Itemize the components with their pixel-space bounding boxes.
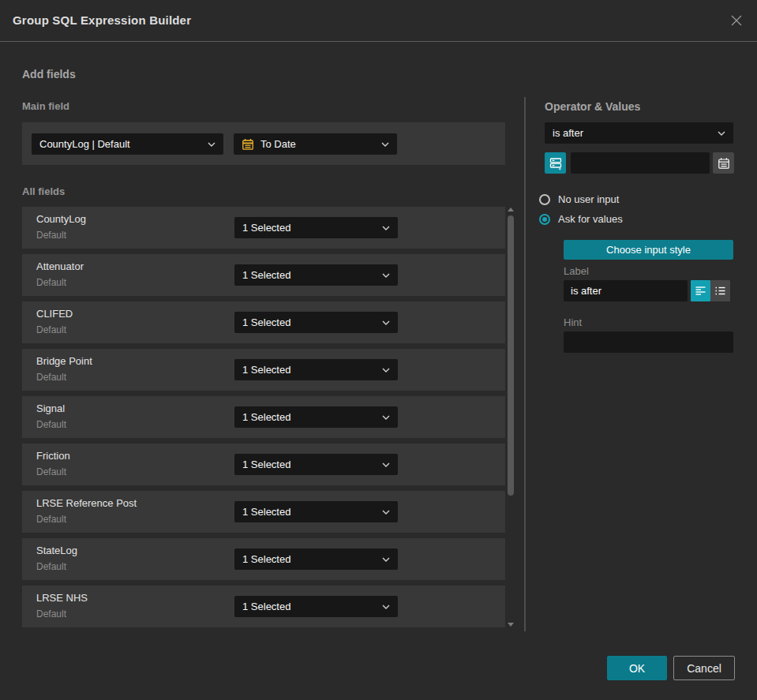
date-picker-button[interactable] <box>713 152 734 174</box>
main-field-select[interactable]: CountyLog | Default <box>32 133 223 155</box>
field-row-subtitle: Default <box>36 419 66 430</box>
hint-field-label: Hint <box>564 316 582 328</box>
field-row-subtitle: Default <box>36 466 66 477</box>
field-row-subtitle: Default <box>36 372 66 383</box>
field-row-selection-value: 1 Selected <box>242 601 376 612</box>
field-row-selection-dropdown[interactable]: 1 Selected <box>234 217 398 238</box>
radio-no-user-input[interactable]: No user input <box>539 193 619 205</box>
field-row-name: Attenuator <box>36 260 84 272</box>
field-row-name: LRSE Reference Post <box>36 497 137 509</box>
chevron-down-icon <box>382 415 390 420</box>
calendar-gold-icon <box>242 138 254 151</box>
field-row-selection-value: 1 Selected <box>242 459 376 470</box>
group-sql-expression-builder-dialog: Group SQL Expression Builder Add fields … <box>0 0 757 700</box>
all-fields-heading: All fields <box>22 185 65 197</box>
field-row-selection-dropdown[interactable]: 1 Selected <box>234 359 398 380</box>
field-row-name: LRSE NHS <box>36 592 88 604</box>
main-field-panel: CountyLog | Default To Date <box>22 122 505 165</box>
all-fields-list: CountyLog Default 1 Selected Attenuator … <box>22 207 505 627</box>
field-row-selection-value: 1 Selected <box>242 364 376 376</box>
operator-values-heading: Operator & Values <box>545 100 640 113</box>
chevron-down-icon <box>382 510 390 515</box>
scrollbar-down-arrow-icon[interactable] <box>508 623 514 627</box>
field-row-name: CountyLog <box>36 213 86 225</box>
field-row-selection-dropdown[interactable]: 1 Selected <box>234 596 398 617</box>
ok-button[interactable]: OK <box>607 656 667 680</box>
field-row-subtitle: Default <box>36 324 66 335</box>
field-row-selection-dropdown[interactable]: 1 Selected <box>234 548 398 570</box>
radio-ask-for-values-label: Ask for values <box>558 213 623 225</box>
field-row-selection-value: 1 Selected <box>242 316 376 328</box>
chevron-down-icon <box>718 131 725 136</box>
chevron-down-icon <box>382 557 390 562</box>
field-row-name: Bridge Point <box>36 355 92 367</box>
label-input[interactable] <box>564 280 688 301</box>
calendar-icon <box>718 157 730 170</box>
bulleted-list-icon <box>714 285 726 297</box>
value-input[interactable] <box>571 152 710 174</box>
field-row: Attenuator Default 1 Selected <box>22 254 505 296</box>
field-row-selection-dropdown[interactable]: 1 Selected <box>234 312 398 333</box>
main-field-heading: Main field <box>22 100 69 112</box>
chevron-down-icon <box>208 142 215 147</box>
main-field-select-value: CountyLog | Default <box>39 138 201 150</box>
scrollbar[interactable] <box>506 204 515 631</box>
operator-select[interactable]: is after <box>545 122 733 144</box>
chevron-down-icon <box>382 605 390 609</box>
radio-ask-for-values[interactable]: Ask for values <box>539 213 623 225</box>
input-style-list-button[interactable] <box>710 280 730 301</box>
date-type-select-value: To Date <box>260 138 375 150</box>
field-row: LRSE Reference Post Default 1 Selected <box>22 491 505 533</box>
field-row-subtitle: Default <box>36 230 66 241</box>
field-row-subtitle: Default <box>36 561 66 572</box>
date-type-select[interactable]: To Date <box>234 133 397 155</box>
radio-no-user-input-label: No user input <box>558 193 619 205</box>
field-row-selection-dropdown[interactable]: 1 Selected <box>234 264 398 286</box>
stacked-fields-icon <box>549 156 563 170</box>
chevron-down-icon <box>382 368 390 372</box>
close-button[interactable] <box>725 9 748 32</box>
value-source-button[interactable] <box>545 152 566 174</box>
field-row-name: Signal <box>36 402 65 414</box>
scrollbar-up-arrow-icon[interactable] <box>508 208 514 211</box>
label-field-label: Label <box>564 265 589 277</box>
field-row: StateLog Default 1 Selected <box>22 538 505 580</box>
field-row-name: StateLog <box>36 545 77 556</box>
field-row: CLIFED Default 1 Selected <box>22 301 505 343</box>
operator-select-value: is after <box>553 127 711 139</box>
chevron-down-icon <box>382 273 390 278</box>
field-row-selection-value: 1 Selected <box>242 269 376 281</box>
field-row-name: Friction <box>36 450 70 462</box>
field-row-subtitle: Default <box>36 608 66 620</box>
field-row-name: CLIFED <box>36 308 73 320</box>
cancel-button[interactable]: Cancel <box>673 656 735 680</box>
field-row-selection-dropdown[interactable]: 1 Selected <box>234 454 398 475</box>
field-row-selection-value: 1 Selected <box>242 222 376 234</box>
panel-divider <box>524 97 526 631</box>
field-row-selection-value: 1 Selected <box>242 411 376 423</box>
input-style-text-button[interactable] <box>691 280 710 301</box>
field-row-selection-dropdown[interactable]: 1 Selected <box>234 406 398 428</box>
field-row: LRSE NHS Default 1 Selected <box>22 586 505 627</box>
field-row: Friction Default 1 Selected <box>22 444 505 485</box>
chevron-down-icon <box>382 462 390 467</box>
field-row: Bridge Point Default 1 Selected <box>22 349 505 391</box>
field-row-selection-value: 1 Selected <box>242 506 376 518</box>
chevron-down-icon <box>382 320 390 325</box>
chevron-down-icon <box>381 142 389 147</box>
choose-input-style-button[interactable]: Choose input style <box>564 240 733 260</box>
chevron-down-icon <box>382 226 390 230</box>
field-row-selection-dropdown[interactable]: 1 Selected <box>234 501 398 522</box>
hint-input[interactable] <box>564 331 733 353</box>
field-row-subtitle: Default <box>36 514 66 525</box>
field-row: Signal Default 1 Selected <box>22 396 505 438</box>
field-row: CountyLog Default 1 Selected <box>22 207 505 249</box>
field-row-subtitle: Default <box>36 277 66 288</box>
field-row-selection-value: 1 Selected <box>242 553 376 565</box>
close-icon <box>730 14 743 27</box>
scrollbar-thumb[interactable] <box>508 215 514 496</box>
radio-unselected-icon <box>539 194 550 205</box>
add-fields-heading: Add fields <box>22 68 76 80</box>
dialog-title: Group SQL Expression Builder <box>13 0 191 41</box>
radio-selected-icon <box>539 214 550 225</box>
